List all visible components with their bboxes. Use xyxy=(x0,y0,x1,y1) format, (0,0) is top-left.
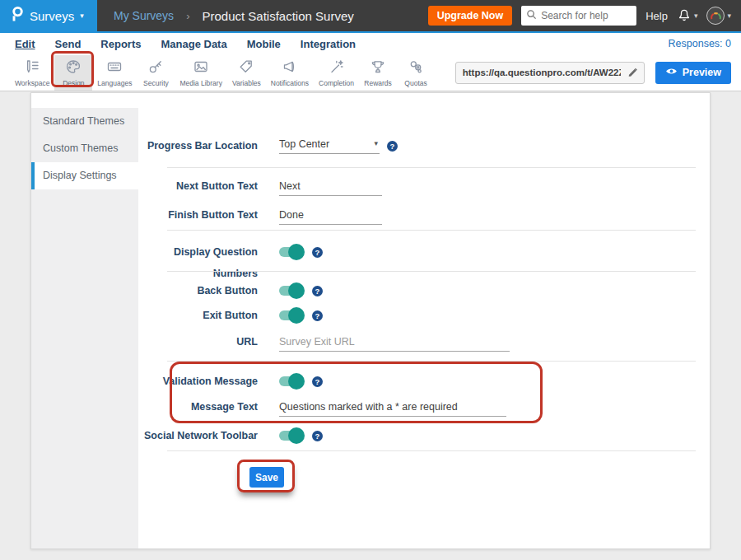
chevron-down-icon xyxy=(694,12,698,20)
social-network-toolbar-row: Social Network Toolbar xyxy=(138,425,710,446)
design-settings-card: Standard Themes Custom Themes Display Se… xyxy=(30,92,711,549)
survey-url-area: Preview xyxy=(455,62,731,84)
toolbar-item-languages[interactable]: Languages xyxy=(92,55,137,91)
breadcrumb-separator-icon xyxy=(186,10,189,22)
divider xyxy=(167,450,696,451)
nav-tab-edit[interactable]: Edit xyxy=(15,38,35,50)
sidebar-item-display-settings[interactable]: Display Settings xyxy=(31,162,138,189)
account-menu[interactable] xyxy=(706,7,731,25)
breadcrumb-my-surveys[interactable]: My Surveys xyxy=(114,9,174,22)
message-text-input[interactable] xyxy=(279,398,506,417)
help-icon[interactable] xyxy=(312,310,323,321)
save-button[interactable]: Save xyxy=(249,467,284,488)
chevron-down-icon xyxy=(727,12,731,20)
toolbar-item-media-library[interactable]: Media Library xyxy=(175,55,227,91)
magic-wand-icon xyxy=(329,58,345,78)
toolbar-item-design[interactable]: Design xyxy=(54,55,92,91)
nav-tab-manage-data[interactable]: Manage Data xyxy=(161,38,226,50)
divider xyxy=(167,271,696,272)
finish-button-text-label: Finish Button Text xyxy=(138,204,258,226)
languages-icon xyxy=(106,58,123,78)
trophy-icon xyxy=(370,58,386,78)
upgrade-now-button[interactable]: Upgrade Now xyxy=(428,6,513,26)
chevron-down-icon xyxy=(374,140,378,147)
toolbar-item-security[interactable]: Security xyxy=(137,55,175,91)
divider xyxy=(167,167,696,168)
help-icon[interactable] xyxy=(312,376,323,387)
design-icon xyxy=(65,58,82,78)
validation-message-toggle[interactable] xyxy=(279,373,305,390)
display-question-numbers-toggle[interactable] xyxy=(279,244,305,260)
responses-count[interactable]: Responses: 0 xyxy=(669,38,731,49)
nav-tab-send[interactable]: Send xyxy=(55,38,82,50)
divider xyxy=(167,230,696,231)
edit-toolbar: Workspace Design Languages Security Medi… xyxy=(0,54,741,91)
security-icon xyxy=(147,58,164,78)
help-search[interactable] xyxy=(521,6,636,26)
nav-tab-mobile[interactable]: Mobile xyxy=(247,38,281,50)
search-icon xyxy=(526,8,537,23)
toolbar-item-quotas[interactable]: Quotas xyxy=(397,55,435,91)
finish-button-text-input[interactable] xyxy=(279,206,382,225)
next-button-text-row: Next Button Text xyxy=(138,175,710,197)
help-icon[interactable] xyxy=(312,431,323,441)
preview-button[interactable]: Preview xyxy=(655,62,731,84)
edit-url-button[interactable] xyxy=(621,63,644,83)
workspace-icon xyxy=(24,58,40,78)
toolbar-item-workspace[interactable]: Workspace xyxy=(10,55,54,91)
notifications-menu[interactable] xyxy=(677,7,698,26)
toolbar-item-notifications[interactable]: Notifications xyxy=(266,55,314,91)
design-sidebar: Standard Themes Custom Themes Display Se… xyxy=(31,108,138,548)
exit-url-input[interactable] xyxy=(279,333,510,352)
avatar xyxy=(706,7,725,25)
nav-tab-integration[interactable]: Integration xyxy=(301,38,356,50)
exit-button-label: Exit Button xyxy=(138,305,258,326)
questionpro-logo-icon xyxy=(10,5,24,26)
message-text-label: Message Text xyxy=(138,396,258,418)
eye-icon xyxy=(665,67,678,78)
toolbar-item-variables[interactable]: Variables xyxy=(227,55,266,91)
search-input[interactable] xyxy=(541,10,631,21)
back-button-row: Back Button xyxy=(138,280,710,301)
help-icon[interactable] xyxy=(387,141,398,152)
help-icon[interactable] xyxy=(312,247,323,258)
social-network-toolbar-label: Social Network Toolbar xyxy=(138,425,258,446)
progress-bar-location-row: Progress Bar Location Top Center xyxy=(138,135,710,156)
survey-nav: Edit Send Reports Manage Data Mobile Int… xyxy=(0,31,741,54)
app-header: Surveys My Surveys Product Satisfaction … xyxy=(0,0,741,31)
sidebar-item-custom-themes[interactable]: Custom Themes xyxy=(31,135,138,162)
breadcrumb: My Surveys Product Satisfaction Survey xyxy=(114,9,354,23)
message-text-row: Message Text xyxy=(138,396,710,418)
sidebar-item-standard-themes[interactable]: Standard Themes xyxy=(31,108,138,135)
exit-button-toggle[interactable] xyxy=(279,307,305,324)
help-icon[interactable] xyxy=(312,286,323,296)
finish-button-text-row: Finish Button Text xyxy=(138,204,710,226)
chevron-down-icon xyxy=(80,12,84,20)
divider xyxy=(167,361,696,362)
nav-tab-reports[interactable]: Reports xyxy=(100,38,141,50)
display-settings-form: Progress Bar Location Top Center Next Bu… xyxy=(138,93,710,548)
back-button-toggle[interactable] xyxy=(279,282,305,299)
megaphone-icon xyxy=(282,58,298,78)
page-title: Product Satisfaction Survey xyxy=(202,9,353,23)
display-question-numbers-label: Display Question Numbers xyxy=(138,241,258,263)
validation-message-row: Validation Message xyxy=(138,371,710,392)
variables-icon xyxy=(238,58,254,78)
help-link[interactable]: Help xyxy=(645,10,668,22)
toolbar-item-completion[interactable]: Completion xyxy=(314,55,359,91)
next-button-text-label: Next Button Text xyxy=(138,175,258,197)
back-button-label: Back Button xyxy=(138,280,258,301)
progress-bar-location-label: Progress Bar Location xyxy=(138,135,258,156)
header-actions: Upgrade Now Help xyxy=(428,6,741,26)
exit-url-row: URL xyxy=(138,331,710,352)
chain-links-icon xyxy=(408,58,424,78)
survey-url-input[interactable] xyxy=(463,68,621,77)
display-question-numbers-row: Display Question Numbers xyxy=(138,241,710,263)
toolbar-item-rewards[interactable]: Rewards xyxy=(359,55,397,91)
product-switcher[interactable]: Surveys xyxy=(0,0,97,31)
media-library-icon xyxy=(193,58,209,78)
social-network-toolbar-toggle[interactable] xyxy=(279,427,305,444)
next-button-text-input[interactable] xyxy=(279,177,382,196)
progress-bar-location-select[interactable]: Top Center xyxy=(279,138,380,154)
bell-icon xyxy=(677,7,692,26)
